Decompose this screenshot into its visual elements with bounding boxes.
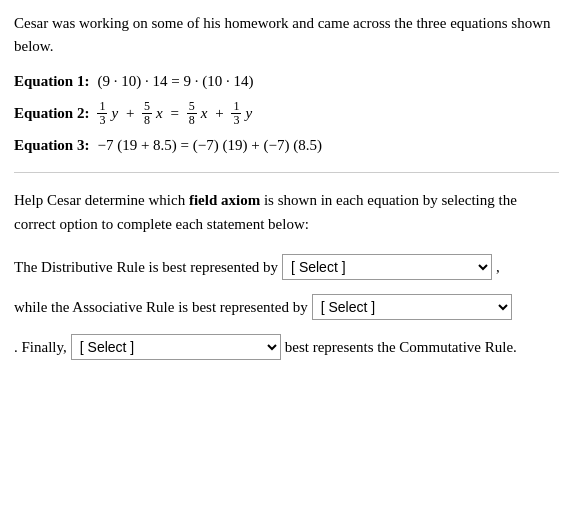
equation-3-label: Equation 3: [14, 137, 89, 154]
statement-3-post-text: best represents the Commutative Rule. [285, 335, 517, 359]
equation-3-block: Equation 3: −7 (19 + 8.5) = (−7) (19) + … [14, 137, 559, 154]
frac-5-8-b: 5 8 [187, 100, 197, 127]
help-paragraph: Help Cesar determine which field axiom i… [14, 189, 559, 236]
equation-2-block: Equation 2: 1 3 y + 5 8 x = 5 8 x + 1 3 … [14, 100, 559, 127]
frac-5-8-a: 5 8 [142, 100, 152, 127]
equation-3-math: −7 (19 + 8.5) = (−7) (19) + (−7) (8.5) [97, 137, 321, 154]
statement-line-2: while the Associative Rule is best repre… [14, 294, 559, 320]
equation-2-math: 1 3 y + 5 8 x = 5 8 x + 1 3 y [97, 100, 252, 127]
statement-3-pre-text: . Finally, [14, 335, 67, 359]
equation-2-label: Equation 2: [14, 105, 89, 122]
equation-1-label: Equation 1: [14, 73, 89, 90]
select-commutative[interactable]: [ Select ] Equation 1 Equation 2 Equatio… [71, 334, 281, 360]
statement-1-comma: , [496, 255, 500, 279]
statement-line-3: . Finally, [ Select ] Equation 1 Equatio… [14, 334, 559, 360]
equation-1-block: Equation 1: (9 · 10) · 14 = 9 · (10 · 14… [14, 73, 559, 90]
select-associative[interactable]: [ Select ] Equation 1 Equation 2 Equatio… [312, 294, 512, 320]
statement-line-1: The Distributive Rule is best represente… [14, 254, 559, 280]
frac-1-3: 1 3 [97, 100, 107, 127]
equation-1-math: (9 · 10) · 14 = 9 · (10 · 14) [97, 73, 253, 90]
intro-paragraph: Cesar was working on some of his homewor… [14, 12, 559, 57]
section-divider [14, 172, 559, 173]
select-distributive[interactable]: [ Select ] Equation 1 Equation 2 Equatio… [282, 254, 492, 280]
frac-1-3-b: 1 3 [231, 100, 241, 127]
statement-1-pre-text: The Distributive Rule is best represente… [14, 255, 278, 279]
statement-2-pre-text: while the Associative Rule is best repre… [14, 295, 308, 319]
